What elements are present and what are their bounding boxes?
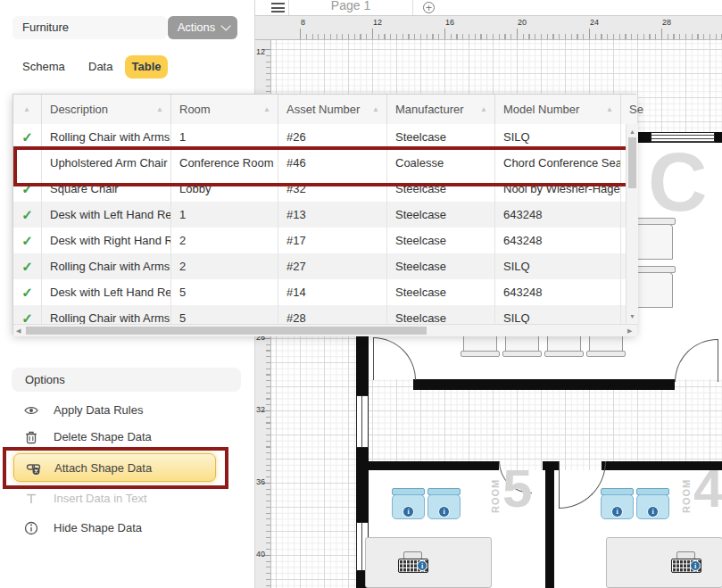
table-cell[interactable]: 2 [170, 228, 278, 254]
wall [369, 461, 499, 470]
table-row[interactable]: Upholstered Arm ChairConference Room#46C… [13, 150, 626, 176]
sort-arrow-icon[interactable]: ▲ [606, 95, 613, 124]
actions-button[interactable]: Actions [168, 16, 237, 39]
door-leaf [718, 339, 718, 382]
scroll-down-icon[interactable]: ▼ [629, 311, 635, 322]
table-cell[interactable]: SILQ [494, 124, 621, 151]
page-tab[interactable]: Page 1 [288, 0, 413, 16]
table-cell[interactable]: #46 [278, 150, 387, 177]
hruler-number: 12 [373, 18, 382, 27]
table-row[interactable]: ✓Desk with Left Hand Re...5#14Steelcase6… [13, 279, 626, 305]
sort-arrow-icon[interactable]: ▲ [372, 95, 379, 124]
sort-arrow-icon[interactable]: ▲ [480, 95, 487, 124]
column-header-Se[interactable]: Se [620, 95, 638, 124]
table-cell[interactable]: 1 [170, 202, 278, 228]
desk-shape [365, 537, 492, 588]
table-cell[interactable]: #17 [278, 228, 387, 254]
column-header-Manufacturer[interactable]: Manufacturer▲ [386, 95, 495, 124]
sort-arrow-icon[interactable]: ▲ [23, 95, 30, 124]
table-cell[interactable]: #32 [278, 176, 387, 203]
table-cell[interactable]: Coalesse [386, 150, 495, 177]
table-cell[interactable]: Rolling Chair with Arms... [41, 305, 171, 324]
table-row[interactable]: ✓Rolling Chair with Arms...1#26Steelcase… [13, 124, 626, 150]
table-cell[interactable]: 643248 [494, 279, 621, 306]
tab-table[interactable]: Table [125, 55, 168, 79]
hscroll-thumb[interactable] [26, 327, 427, 335]
table-cell[interactable]: 5 [170, 279, 278, 306]
column-header-Model Number[interactable]: Model Number▲ [494, 95, 621, 124]
vruler-number: 40 [256, 550, 265, 559]
table-cell[interactable]: 643248 [494, 228, 621, 254]
vertical-scrollbar[interactable]: ▲ ▼ [626, 124, 638, 324]
column-header-Description[interactable]: Description▲ [41, 95, 171, 124]
table-cell[interactable]: Desk with Left Hand Re... [41, 279, 171, 306]
table-row[interactable]: ✓Rolling Chair with Arms...2#27Steelcase… [13, 253, 626, 279]
table-cell[interactable]: #14 [278, 279, 387, 306]
table-cell[interactable]: Steelcase [386, 176, 495, 203]
table-row[interactable]: ✓Square ChairLobby#32SteelcaseNooi by Wi… [13, 176, 626, 202]
vscroll-thumb[interactable] [628, 137, 636, 188]
column-header-select[interactable]: ▲ [13, 95, 42, 124]
table-row[interactable]: ✓Rolling Chair with Arms...5#28Steelcase… [13, 305, 626, 324]
table-cell[interactable]: 643248 [494, 202, 621, 228]
column-label: Room [170, 103, 211, 116]
table-cell[interactable]: Rolling Chair with Arms... [41, 253, 171, 280]
info-badge-icon[interactable]: i [647, 506, 659, 518]
cell-text: #32 [278, 182, 306, 195]
table-cell[interactable]: Upholstered Arm Chair [41, 150, 171, 177]
info-badge-icon[interactable]: i [417, 560, 427, 571]
table-cell[interactable]: Nooi by Wiesner-Hager [494, 176, 621, 203]
table-cell[interactable]: Square Chair [41, 176, 171, 203]
table-cell[interactable]: Desk with Left Hand Re... [41, 202, 171, 228]
page-list-icon[interactable] [271, 3, 285, 12]
row-check-cell [13, 150, 42, 177]
table-cell[interactable]: Steelcase [386, 202, 495, 228]
scroll-up-icon[interactable]: ▲ [629, 126, 635, 137]
chair-shape [544, 351, 584, 357]
tab-data[interactable]: Data [88, 55, 112, 79]
table-cell[interactable]: SILQ [494, 253, 621, 280]
table-cell[interactable]: 1 [170, 124, 278, 151]
info-badge-icon[interactable]: i [438, 506, 450, 518]
tab-schema[interactable]: Schema [22, 55, 65, 79]
column-header-Room[interactable]: Room▲ [170, 95, 278, 124]
cell-text: Upholstered Arm Chair [41, 156, 168, 170]
table-cell[interactable]: #28 [278, 305, 387, 324]
table-cell[interactable]: Chord Conference Seat... [494, 150, 621, 177]
table-cell[interactable]: #26 [278, 124, 387, 151]
table-cell[interactable]: Rolling Chair with Arms... [41, 124, 171, 151]
table-row[interactable]: ✓Desk with Left Hand Re...1#13Steelcase6… [13, 202, 626, 228]
cell-text: #14 [278, 286, 306, 299]
table-cell[interactable]: Steelcase [386, 305, 495, 324]
table-cell[interactable]: 2 [170, 253, 278, 280]
option-apply-data-rules[interactable]: Apply Data Rules [0, 402, 254, 421]
column-header-Asset Number[interactable]: Asset Number▲ [278, 95, 387, 124]
table-cell[interactable]: Desk with Right Hand R... [41, 228, 171, 254]
cell-text: SILQ [494, 130, 530, 144]
scroll-right-icon[interactable]: ▶ [627, 325, 632, 336]
table-cell[interactable]: Steelcase [386, 253, 495, 280]
table-cell[interactable]: Steelcase [386, 124, 495, 151]
scroll-left-icon[interactable]: ◀ [16, 325, 21, 336]
table-cell[interactable]: Steelcase [386, 228, 495, 254]
info-badge-icon[interactable]: i [611, 506, 623, 518]
sort-arrow-icon[interactable]: ▲ [263, 95, 270, 124]
table-cell[interactable]: Steelcase [386, 279, 495, 306]
option-hide-shape-data[interactable]: Hide Shape Data [0, 519, 254, 539]
cell-text: Rolling Chair with Arms... [41, 311, 171, 324]
table-row[interactable]: ✓Desk with Right Hand R...2#17Steelcase6… [13, 228, 626, 253]
table-cell[interactable]: SILQ [494, 305, 621, 324]
sort-arrow-icon[interactable]: ▲ [156, 95, 163, 124]
option-label: Apply Data Rules [54, 403, 143, 417]
table-cell[interactable]: Conference Room [170, 150, 278, 177]
table-cell[interactable]: #27 [278, 253, 387, 280]
table-cell[interactable]: Lobby [170, 176, 278, 203]
info-badge-icon[interactable]: i [690, 560, 701, 571]
dataset-name-field[interactable]: Furniture [12, 16, 167, 39]
table-cell[interactable]: #13 [278, 202, 387, 228]
horizontal-scrollbar[interactable]: ◀ ▶ [13, 324, 637, 336]
add-page-button[interactable]: + [423, 2, 435, 13]
option-delete-shape-data[interactable]: Delete Shape Data [0, 428, 254, 448]
table-cell[interactable]: 5 [170, 305, 278, 324]
info-badge-icon[interactable]: i [402, 506, 414, 518]
